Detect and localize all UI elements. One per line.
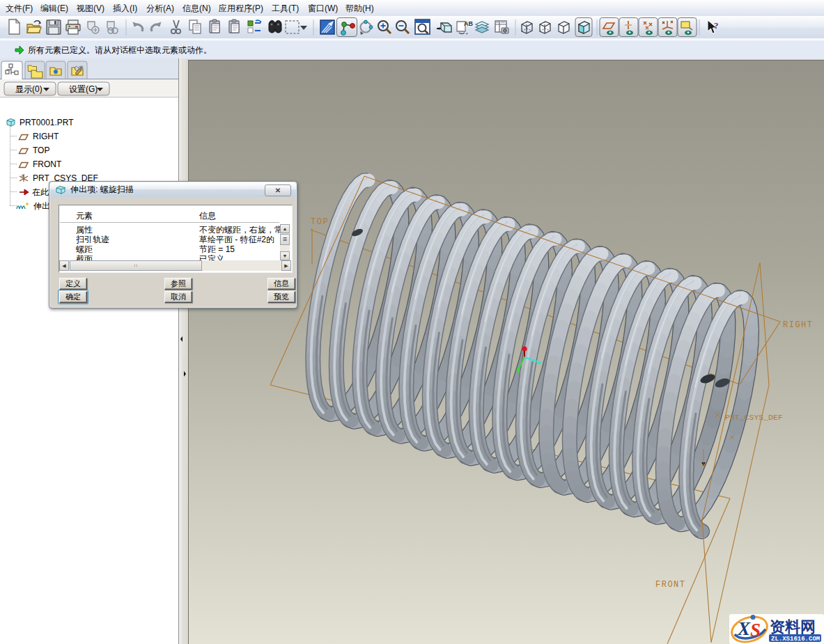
- svg-text:ZL.XS1616.COM: ZL.XS1616.COM: [771, 636, 820, 643]
- svg-text:S: S: [750, 620, 761, 641]
- svg-text:X: X: [737, 618, 751, 639]
- svg-text:RIGHT: RIGHT: [783, 320, 814, 330]
- svg-text:资料网: 资料网: [770, 618, 816, 636]
- svg-text:FRONT: FRONT: [655, 580, 686, 590]
- svg-text:TOP: TOP: [311, 217, 329, 227]
- svg-text:PRT_CSYS_DEF: PRT_CSYS_DEF: [725, 413, 783, 422]
- svg-text:AB: AB: [464, 20, 473, 27]
- svg-text:?: ?: [714, 20, 719, 31]
- svg-text:显示(0): 显示(0): [15, 84, 42, 94]
- svg-text:设置(G): 设置(G): [69, 84, 98, 94]
